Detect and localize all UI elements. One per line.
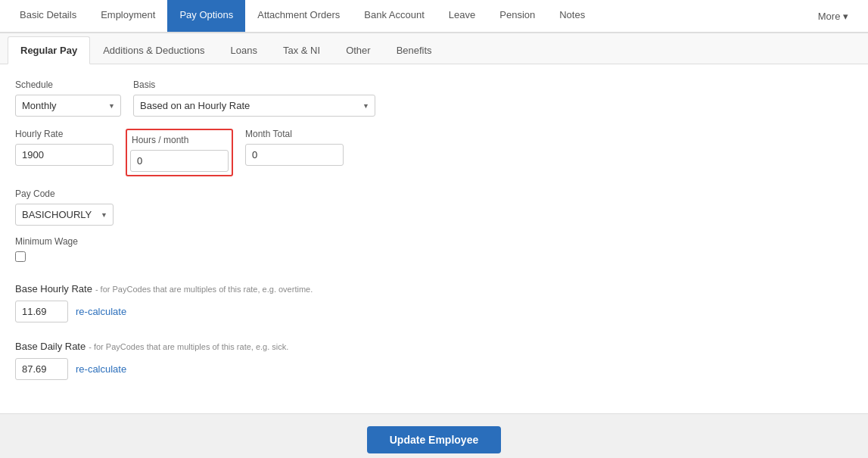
tab-employment[interactable]: Employment — [89, 0, 167, 32]
schedule-basis-row: Schedule Monthly Weekly Fortnightly Four… — [15, 79, 853, 117]
schedule-select[interactable]: Monthly Weekly Fortnightly Four Weekly — [15, 95, 121, 117]
schedule-label: Schedule — [15, 79, 121, 90]
more-button[interactable]: More ▾ — [806, 2, 860, 31]
minimum-wage-label: Minimum Wage — [15, 236, 853, 247]
month-total-group: Month Total 0 — [245, 129, 344, 166]
paycode-row: Pay Code BASICHOURLY BASICDAILY SALARY — [15, 188, 853, 226]
tab-attachment-orders[interactable]: Attachment Orders — [245, 0, 352, 32]
main-content: Schedule Monthly Weekly Fortnightly Four… — [0, 64, 868, 413]
hours-month-group: Hours / month 0 — [126, 129, 233, 176]
schedule-group: Schedule Monthly Weekly Fortnightly Four… — [15, 79, 121, 117]
base-hourly-rate-input-row: 11.69 re-calculate — [15, 301, 853, 322]
basis-select-wrapper: Based on an Hourly Rate Based on a Daily… — [133, 95, 375, 117]
paycode-select-wrapper: BASICHOURLY BASICDAILY SALARY — [15, 204, 114, 226]
subtab-regular-pay[interactable]: Regular Pay — [8, 36, 90, 64]
subtab-loans[interactable]: Loans — [218, 36, 270, 64]
base-daily-rate-input[interactable]: 87.69 — [15, 358, 68, 380]
rates-row: Hourly Rate 1900 Hours / month 0 Month T… — [15, 129, 853, 176]
month-total-label: Month Total — [245, 129, 344, 139]
base-hourly-rate-label-row: Base Hourly Rate - for PayCodes that are… — [15, 283, 853, 294]
base-daily-rate-label: Base Daily Rate — [15, 341, 86, 352]
subtab-additions-deductions[interactable]: Additions & Deductions — [90, 36, 217, 64]
hours-month-input[interactable]: 0 — [130, 150, 229, 172]
sub-nav: Regular Pay Additions & Deductions Loans… — [0, 33, 868, 64]
month-total-input[interactable]: 0 — [245, 144, 344, 166]
base-hourly-recalculate-link[interactable]: re-calculate — [76, 306, 126, 317]
tab-pension[interactable]: Pension — [487, 0, 547, 32]
hours-month-label: Hours / month — [130, 133, 229, 145]
tab-bank-account[interactable]: Bank Account — [352, 0, 437, 32]
base-hourly-rate-group: Base Hourly Rate - for PayCodes that are… — [15, 283, 853, 332]
tab-basic-details[interactable]: Basic Details — [8, 0, 89, 32]
subtab-benefits[interactable]: Benefits — [384, 36, 445, 64]
hours-month-highlighted-box: Hours / month 0 — [126, 129, 233, 176]
basis-group: Basis Based on an Hourly Rate Based on a… — [133, 79, 375, 117]
basis-label: Basis — [133, 79, 375, 90]
hourly-rate-group: Hourly Rate 1900 — [15, 129, 114, 166]
footer: Update Employee — [0, 413, 868, 458]
base-daily-rate-sub: - for PayCodes that are multiples of thi… — [89, 342, 288, 351]
base-hourly-rate-sub: - for PayCodes that are multiples of thi… — [95, 285, 313, 294]
hourly-rate-input[interactable]: 1900 — [15, 144, 114, 166]
subtab-tax-ni[interactable]: Tax & NI — [270, 36, 333, 64]
subtab-other[interactable]: Other — [333, 36, 384, 64]
base-daily-recalculate-link[interactable]: re-calculate — [76, 363, 126, 375]
top-nav: Basic Details Employment Pay Options Att… — [0, 0, 868, 33]
tab-pay-options[interactable]: Pay Options — [167, 0, 245, 32]
base-daily-rate-label-row: Base Daily Rate - for PayCodes that are … — [15, 341, 853, 352]
hourly-rate-label: Hourly Rate — [15, 129, 114, 139]
tab-notes[interactable]: Notes — [547, 0, 597, 32]
minimum-wage-checkbox[interactable] — [15, 251, 26, 262]
minimum-wage-checkbox-row — [15, 251, 853, 262]
base-hourly-rate-label: Base Hourly Rate — [15, 283, 92, 294]
base-daily-rate-group: Base Daily Rate - for PayCodes that are … — [15, 341, 853, 389]
paycode-select[interactable]: BASICHOURLY BASICDAILY SALARY — [15, 204, 114, 226]
base-daily-rate-input-row: 87.69 re-calculate — [15, 358, 853, 380]
base-hourly-rate-input[interactable]: 11.69 — [15, 301, 68, 322]
schedule-select-wrapper: Monthly Weekly Fortnightly Four Weekly — [15, 95, 121, 117]
paycode-group: Pay Code BASICHOURLY BASICDAILY SALARY — [15, 188, 114, 226]
paycode-label: Pay Code — [15, 188, 114, 199]
basis-select[interactable]: Based on an Hourly Rate Based on a Daily… — [133, 95, 375, 117]
update-employee-button[interactable]: Update Employee — [367, 426, 501, 453]
minimum-wage-group: Minimum Wage — [15, 236, 853, 273]
tab-leave[interactable]: Leave — [437, 0, 487, 32]
